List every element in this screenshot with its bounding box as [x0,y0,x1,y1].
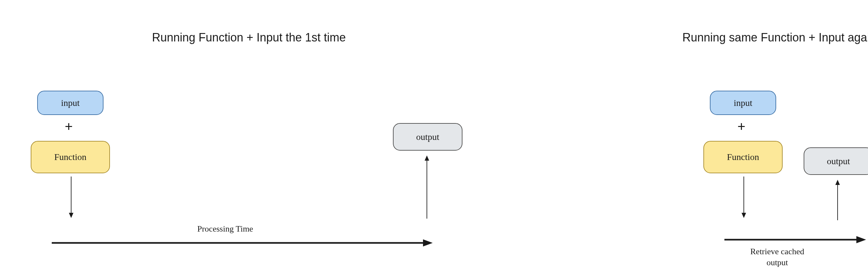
right-timeline-label: Retrieve cachedoutput [750,246,804,268]
right-output-label: output [827,156,850,166]
svg-marker-5 [425,156,429,161]
left-input-label: input [61,98,80,108]
right-function-down-arrow [741,176,747,219]
left-title: Running Function + Input the 1st time [152,31,346,44]
right-timeline-label-text: Retrieve cachedoutput [750,247,804,267]
left-timeline-arrow [52,238,433,248]
right-input-label: input [734,98,752,108]
right-plus: + [737,118,745,135]
right-title: Running same Function + Input again [682,31,868,44]
svg-marker-3 [423,239,433,246]
right-timeline-arrow [724,235,867,245]
left-output-label: output [416,132,439,142]
left-timeline-label: Processing Time [197,224,253,234]
svg-marker-9 [856,236,866,243]
left-function-label: Function [54,152,87,162]
svg-marker-11 [835,180,840,185]
right-function-box: Function [703,141,783,173]
svg-marker-1 [69,213,73,218]
left-output-box: output [393,123,462,150]
left-output-up-arrow [424,156,430,220]
left-plus: + [65,118,73,135]
left-function-down-arrow [68,176,74,219]
right-function-label: Function [727,152,760,162]
svg-marker-7 [742,213,746,218]
left-input-box: input [37,91,103,115]
right-input-box: input [710,91,776,115]
right-output-up-arrow [834,180,841,222]
left-function-box: Function [31,141,110,173]
right-output-box: output [804,147,868,175]
